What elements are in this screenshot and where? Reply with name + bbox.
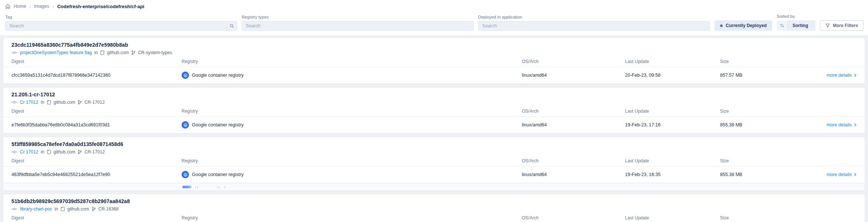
more-filters-label: More Filters (833, 23, 858, 28)
image-card: 23cdc119465a8360c775a4fb849e2d7e5980b8ab… (3, 37, 865, 84)
more-details-link[interactable]: more details (827, 172, 857, 177)
commit-info-line: library-chart-poc in github.com CR-16368 (3, 206, 865, 212)
google-container-registry-icon (182, 72, 189, 79)
registry-types-filter-label: Registry types (242, 15, 473, 19)
digest-header: Digest (11, 215, 182, 221)
deployed-in-application-search-input[interactable] (479, 23, 710, 29)
size-value: 857.57 MB (720, 73, 742, 78)
breadcrumb-images[interactable]: Images (34, 4, 49, 9)
currently-deployed-toggle[interactable]: Currently Deployed (715, 20, 772, 31)
sorting-dropdown[interactable]: Sorting (777, 20, 815, 31)
digest-value: e7fe6b3f35dabba76e8b0c084a31a3cd691f03d1 (11, 122, 182, 127)
git-commit-icon (11, 51, 17, 54)
image-card: 51b6db2b98929c5697039d5287c8b2907aa842a8… (3, 194, 865, 222)
branch-name[interactable]: CR-16368 (98, 206, 119, 212)
home-icon[interactable] (5, 4, 10, 9)
last-update-value: 19-Feb-23, 17:16 (625, 122, 720, 127)
in-label: in (55, 206, 58, 212)
git-branch-icon (78, 150, 82, 154)
last-update-header: Last Update (625, 158, 720, 163)
commit-message-link[interactable]: Cr 17012 (20, 100, 38, 105)
more-details-link[interactable]: more details (827, 122, 857, 127)
google-container-registry-icon (182, 171, 189, 178)
git-commit-icon (11, 150, 17, 153)
scrollbar-tick (217, 186, 218, 188)
table-header: Digest Registry OS/Arch Last Update Size (3, 215, 865, 222)
table-header: Digest Registry OS/Arch Last Update Size (3, 109, 865, 117)
os-arch-value: linux/amd64 (522, 172, 625, 177)
git-branch-icon (92, 207, 96, 211)
repository-icon (100, 50, 104, 55)
os-arch-value: linux/amd64 (522, 122, 625, 127)
registry-cell: Google container registry (182, 121, 522, 129)
os-arch-value: linux/amd64 (522, 73, 625, 78)
google-container-registry-icon (182, 121, 189, 129)
image-tag-title: 51b6db2b98929c5697039d5287c8b2907aa842a8 (3, 198, 865, 204)
repo-name[interactable]: github.com (54, 100, 75, 105)
size-value: 855.38 MB (720, 122, 742, 127)
tag-filter-field (5, 21, 237, 31)
registry-types-filter-field (242, 21, 473, 31)
registry-name: Google container registry (192, 122, 244, 127)
repository-icon (47, 100, 51, 105)
size-value: 855.38 MB (720, 172, 742, 177)
os-arch-header: OS/Arch (522, 59, 625, 64)
branch-name[interactable]: CR-system-types (138, 50, 172, 55)
sorted-by-label: Sorted by (777, 14, 815, 19)
filter-bar: Tag Registry types Deployed in applicati… (5, 14, 864, 31)
breadcrumb-current: Codefresh-enterprise/codefresh/cf-api (57, 4, 145, 9)
image-tag-title: 21.205.1-cr-17012 (3, 92, 865, 97)
tag-search-input[interactable] (6, 23, 227, 29)
more-filters-button[interactable]: More Filters (820, 20, 864, 31)
scrollbar-tick (219, 186, 220, 188)
repo-name[interactable]: github.com (67, 206, 89, 212)
repository-icon (47, 150, 51, 154)
scrollbar-tick (195, 186, 196, 188)
horizontal-scrollbar (3, 183, 865, 190)
digest-header: Digest (11, 59, 182, 64)
sort-group: Sorted by Sorting (777, 14, 815, 31)
last-update-value: 20-Feb-23, 09:58 (625, 73, 720, 78)
branch-name[interactable]: CR-17012 (84, 100, 105, 105)
status-dot-icon (720, 24, 723, 27)
registry-cell: Google container registry (182, 171, 522, 178)
digest-value: cfcc3659a5131c4d7dcd187f878966e347142360 (11, 73, 182, 78)
registry-name: Google container registry (192, 73, 244, 78)
tag-filter-group: Tag (5, 15, 237, 31)
search-icon[interactable] (227, 21, 237, 30)
chevron-right-icon: › (53, 4, 54, 9)
registry-types-search-input[interactable] (242, 23, 473, 29)
size-header: Size (720, 59, 857, 64)
size-header: Size (720, 215, 857, 221)
sort-arrows-icon[interactable] (777, 20, 788, 31)
chevron-right-icon (854, 123, 857, 127)
chevron-right-icon: › (29, 4, 31, 9)
sorting-value: Sorting (788, 23, 815, 28)
scrollbar-thumb[interactable] (182, 186, 192, 188)
in-label: in (41, 149, 44, 155)
image-tag-title: 23cdc119465a8360c775a4fb849e2d7e5980b8ab (3, 42, 865, 48)
currently-deployed-label: Currently Deployed (726, 23, 767, 28)
more-details-link[interactable]: more details (827, 73, 857, 78)
commit-message-link[interactable]: Cr 17012 (20, 149, 38, 155)
commit-info-line: Cr 17012 in github.com CR-17012 (3, 149, 865, 155)
registry-name: Google container registry (192, 172, 244, 177)
breadcrumb-home[interactable]: Home (14, 4, 26, 9)
deployed-in-application-filter-label: Deployed in application (478, 15, 710, 19)
last-update-value: 19-Feb-23, 16:35 (625, 172, 720, 177)
scrollbar-tick (197, 186, 198, 188)
digest-value: 463f9dfbba5e7eb5c94e46825521de5ea12f7e90 (11, 172, 182, 177)
git-commit-icon (11, 208, 17, 211)
chevron-right-icon (854, 173, 857, 176)
table-header: Digest Registry OS/Arch Last Update Size (3, 158, 865, 166)
image-card: 21.205.1-cr-17012 Cr 17012 in github.com… (3, 87, 865, 134)
tag-filter-label: Tag (5, 15, 237, 19)
repo-name[interactable]: github.com (54, 149, 75, 155)
repo-name[interactable]: github.com (107, 50, 129, 55)
digest-header: Digest (11, 158, 182, 163)
commit-message-link[interactable]: projectOneSystemTypes feature flag (20, 50, 92, 55)
deployed-in-application-filter-field (478, 21, 710, 31)
branch-name[interactable]: CR-17012 (84, 149, 105, 155)
commit-message-link[interactable]: library-chart-poc (20, 206, 52, 212)
image-tag-title: 5f3ff859985ca78efee7da0a0d135fe0871458d6 (3, 141, 865, 147)
